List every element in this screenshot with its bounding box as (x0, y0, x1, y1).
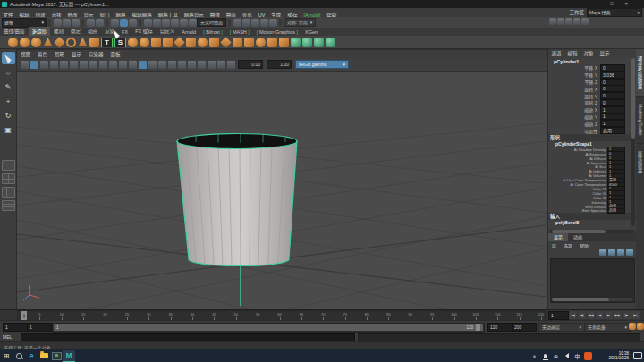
channel-value[interactable]: 0 (600, 99, 625, 106)
channel-label[interactable]: 缩放 Y (548, 114, 600, 120)
channel-value[interactable]: 0 (600, 85, 625, 92)
shelf-tab-animation[interactable]: 动画 (84, 27, 101, 36)
maya-taskbar-button[interactable]: M (63, 350, 75, 362)
edge-browser-button[interactable]: e (25, 350, 38, 362)
vtab-channel-box-layer-editor[interactable]: 通道盒/层编辑器 (636, 49, 644, 97)
shelf-tab-fx[interactable]: FX (118, 29, 131, 36)
bevel-icon[interactable] (256, 38, 266, 47)
layer-tab-anim[interactable]: 动画 (568, 233, 588, 241)
auto-keyframe-icon[interactable] (637, 323, 644, 330)
volume-icon[interactable] (562, 350, 572, 361)
snap-curve-icon[interactable] (153, 19, 161, 27)
step-forward-key-button[interactable]: ▶▶ (614, 311, 622, 319)
channel-value[interactable]: 0 (600, 92, 625, 99)
layout-four-pane[interactable] (2, 173, 15, 184)
taskbar-clock[interactable]: 10:382021/10/26 (597, 351, 629, 361)
type-tool-icon[interactable]: T (101, 38, 113, 47)
polygon-cylinder-icon[interactable] (31, 38, 41, 47)
channel-value[interactable]: 1 (600, 106, 625, 114)
object-name[interactable]: pCylinder1 (548, 57, 636, 64)
start-button[interactable]: ⊞ (0, 350, 13, 362)
capture-app-button[interactable] (50, 350, 63, 362)
playback-start-field[interactable]: 1 (27, 323, 52, 332)
smooth-shade-all-icon[interactable] (139, 61, 147, 69)
input-node-name[interactable]: polyBevel8 (548, 220, 636, 226)
live-surface-field[interactable]: 无实时曲面 (197, 18, 226, 27)
textured-icon[interactable] (158, 61, 166, 69)
shelf-tab-xgen[interactable]: XGen (301, 29, 321, 36)
layout-outliner-persp[interactable] (2, 200, 15, 211)
mel-input-field[interactable] (21, 333, 355, 341)
foamy-sculpt-tool-icon[interactable] (326, 38, 335, 47)
channel-value[interactable]: 1 (600, 120, 625, 127)
maximize-button[interactable]: □ (611, 0, 614, 8)
channel-label[interactable]: 缩放 Z (548, 121, 600, 127)
network-icon[interactable]: ⊕ (551, 350, 561, 361)
view-transform-dropdown[interactable]: sRGB gamma▾ (295, 60, 349, 69)
connect-icon[interactable] (220, 37, 231, 47)
layout-two-pane[interactable] (2, 187, 15, 198)
motion-blur-icon[interactable] (198, 61, 206, 69)
polygon-sphere-icon[interactable] (8, 38, 18, 47)
sculpt-tool-icon[interactable] (291, 38, 301, 47)
raise-panels-icon[interactable] (549, 18, 556, 25)
file-explorer-button[interactable] (38, 350, 50, 362)
xray-icon[interactable] (227, 61, 235, 69)
character-set-dropdown[interactable]: 无角色集▾ (584, 323, 631, 332)
construction-history-icon[interactable] (233, 19, 242, 27)
open-render-view-icon[interactable] (242, 19, 250, 27)
snap-point-icon[interactable] (162, 19, 170, 27)
channel-value[interactable]: 0 (600, 64, 625, 72)
layer-menu-help[interactable]: 帮助 (576, 242, 592, 248)
separate-icon[interactable] (163, 38, 173, 47)
gate-mask-icon[interactable] (109, 61, 117, 69)
current-time-field[interactable]: 1 (548, 311, 569, 320)
workspace-dropdown[interactable]: Maya 经典▾ (587, 8, 642, 17)
lasso-tool[interactable]: ○ (2, 66, 15, 79)
channel-label[interactable]: 旋转 X (548, 86, 600, 92)
snap-grid-icon[interactable] (144, 19, 152, 27)
channel-value[interactable]: 0 (600, 79, 625, 86)
menu-set-dropdown[interactable]: 建模▾ (2, 18, 47, 28)
insert-edge-loop-icon[interactable] (244, 38, 254, 47)
wireframe-on-shaded-icon[interactable] (148, 61, 157, 69)
modeling-toolkit-toggle-icon[interactable] (557, 18, 564, 25)
panel-menu-view[interactable]: 视图 (17, 51, 34, 58)
step-back-frame-button[interactable]: ◀| (578, 311, 586, 319)
boolean-union-icon[interactable] (128, 38, 138, 47)
close-button[interactable]: × (624, 0, 628, 8)
range-bar[interactable]: 1 120 (52, 323, 485, 333)
tool-settings-toggle-icon[interactable] (573, 18, 580, 25)
minimize-button[interactable]: – (597, 0, 600, 8)
channel-label[interactable]: 缩放 X (548, 106, 600, 113)
gamma-field[interactable]: 1.00 (267, 60, 292, 69)
vtab-attribute-editor[interactable]: 属性编辑器 (636, 144, 644, 181)
shelf-tab-curves-surfaces[interactable]: 曲线/曲面 (0, 27, 29, 36)
channel-value[interactable]: 1 (600, 113, 625, 120)
channel-label[interactable]: 平移 X (548, 64, 600, 71)
open-scene-icon[interactable] (63, 19, 71, 27)
shelf-tab-mash[interactable]: [ MASH ] (226, 29, 253, 36)
snap-projected-center-icon[interactable] (171, 19, 179, 27)
channel-menu-object[interactable]: 对象 (580, 50, 597, 57)
shelf-tab-polygons[interactable]: 多边形 (29, 27, 51, 36)
step-forward-frame-button[interactable]: |▶ (623, 311, 631, 319)
shelf-tab-fx-caching[interactable]: FX 缓存 (131, 27, 157, 36)
undo-icon[interactable] (87, 19, 95, 27)
new-layer-from-selected-icon[interactable] (626, 249, 633, 256)
render-settings-icon[interactable] (269, 19, 277, 27)
tray-chevron-icon[interactable]: ∧ (530, 350, 539, 361)
combine-icon[interactable] (151, 38, 161, 47)
shadows-icon[interactable] (178, 61, 186, 69)
go-to-start-button[interactable]: |◀ (569, 311, 577, 319)
shelf-tab-sculpting[interactable]: 雕刻 (50, 27, 67, 36)
layer-from-selected-icon[interactable] (608, 249, 615, 256)
polygon-pyramid-icon[interactable] (78, 38, 88, 47)
channel-value[interactable]: 3.036 (600, 72, 625, 79)
channel-box-toggle-icon[interactable] (581, 18, 589, 25)
play-backward-button[interactable]: ◀ (596, 311, 604, 319)
channel-label[interactable]: 平移 Z (548, 79, 600, 85)
multisample-aa-icon[interactable] (208, 61, 216, 69)
shelf-tab-rigging[interactable]: 绑定 (67, 27, 84, 36)
tray-app-icon[interactable] (583, 350, 593, 361)
